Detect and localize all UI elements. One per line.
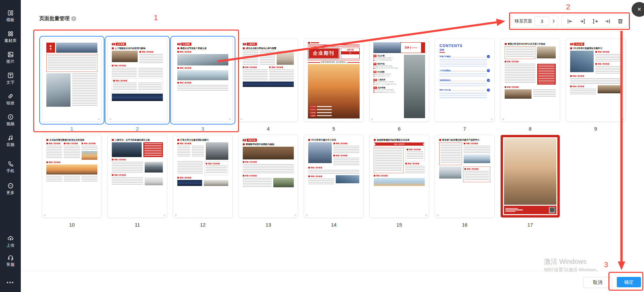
page-thumbnail[interactable]: 02技术革新人工智能在企业中的应用与影响请输入您的标题请输入您的标题请输入您的标…	[107, 39, 167, 122]
page-corner-number: 16	[437, 214, 439, 216]
text-lines	[269, 69, 294, 80]
sidebar-item-upload[interactable]: 上传	[0, 235, 21, 248]
page-thumbnail[interactable]: 企业期刊总第12期04ENTERPRISE JOURNAL文化长廊培训天地行业洞…	[304, 39, 364, 122]
text-lines	[112, 68, 137, 77]
sidebar-item-assets[interactable]: 素材库	[0, 30, 21, 44]
text-lines	[595, 54, 621, 61]
page-thumbnail[interactable]: 打造公司文化激发团队创新力请输入您的标题请输入您的标题请输入您的标题12	[173, 135, 233, 218]
section-header: 请输入您的标题	[177, 142, 204, 144]
text-lines	[112, 162, 143, 173]
section-header: 请输入您的标题	[595, 51, 621, 53]
article-title: XX公司举行盛大开工仪式	[308, 139, 359, 141]
page-thumbnail[interactable]: 前言01	[42, 39, 102, 122]
page-thumbnail[interactable]: 浅谈跨领域技术如何塑造企业未来请输入您的标题请输入您的标题请输入您的标题请输入您…	[369, 135, 429, 218]
ribbon-banner: 请输入您的标题	[374, 142, 425, 146]
sidebar-item-image[interactable]: 图片	[0, 51, 21, 64]
insert-before-icon[interactable]	[578, 17, 587, 26]
page-number-label: 12	[200, 222, 206, 228]
page-thumbnail[interactable]: 研发部门如何通过技术提升产品竞争力请输入您的标题请输入您的标题16	[435, 135, 495, 218]
move-to-page-go-button[interactable]	[552, 17, 556, 25]
article-title: 人工智能在企业中的应用与影响	[112, 47, 163, 49]
section-header: 请输入您的标题	[177, 177, 228, 179]
section-header: 请输入您的标题	[46, 142, 62, 144]
sidebar-item-more[interactable]: 更多	[0, 182, 21, 196]
page-thumbnail[interactable]: 04人物风采成功企业家分享创业心得与智慧请输入您的标题请输入您的标题04	[238, 39, 298, 122]
section-header: 请输入您的标题	[595, 63, 621, 65]
close-icon[interactable]: ✕	[632, 2, 644, 17]
section-header: 请输入您的标题	[177, 67, 228, 69]
page-photo	[464, 154, 490, 163]
confirm-button[interactable]: 确定	[617, 277, 641, 287]
section-header: 请输入您的标题	[112, 174, 163, 176]
sidebar-item-template[interactable]: 模板	[0, 9, 21, 23]
page-photo	[112, 142, 142, 157]
section-header: 请输入您的标题	[505, 60, 556, 62]
move-to-last-icon[interactable]	[603, 17, 612, 26]
sidebar-item-phone[interactable]: 手机	[0, 160, 21, 174]
page-photo	[82, 151, 97, 160]
page-photo	[243, 82, 294, 87]
page-number-label: 9	[594, 126, 597, 132]
page-number-label: 3	[201, 126, 204, 132]
page-thumbnail[interactable]: CONTENTS目录年度工作概况04工作完成情况06业绩成果展示08明年工作计划…	[435, 39, 495, 122]
sidebar-item-video[interactable]: 视频	[0, 113, 21, 127]
delete-icon[interactable]	[616, 17, 625, 26]
contents-title-cn: 目录	[440, 48, 490, 52]
text-lines	[82, 146, 97, 150]
section-header: 请输入您的标题	[177, 51, 228, 53]
text-lines	[46, 176, 62, 182]
page-thumbnail[interactable]	[500, 135, 560, 218]
page-thumbnail[interactable]: 05培训天地探索数字转型中的商机与挑战请输入您的标题请输入您的标题13	[238, 135, 298, 218]
sidebar-item-service[interactable]: 客服	[0, 254, 21, 267]
page-thumbnail[interactable]: 人物专访：从平凡到卓越的成长之路请输入您的标题请输入您的标题11	[107, 135, 167, 218]
page-number-label: 11	[135, 222, 140, 228]
move-to-first-icon[interactable]	[566, 17, 574, 26]
cover-title: 企业期刊	[308, 48, 339, 59]
text-lines	[308, 170, 359, 174]
text-lines	[138, 68, 163, 77]
insert-after-icon[interactable]	[591, 17, 599, 26]
move-to-page-group: 移至页面	[512, 15, 558, 28]
contents-entry: 工作完成情况06	[440, 69, 490, 77]
sidebar-item-audio[interactable]: 音频	[0, 134, 21, 148]
assets-icon	[0, 30, 21, 37]
section-header: 请输入您的标题	[112, 64, 163, 66]
page-photo	[204, 180, 229, 186]
chapter-badge: 04人物风采	[243, 43, 294, 46]
article-title: 打造公司文化激发团队创新力	[177, 139, 228, 141]
section-header: 请输入您的标题	[464, 142, 490, 144]
cancel-button[interactable]: 取消	[583, 277, 612, 288]
text-lines	[464, 171, 489, 180]
page-photo	[277, 51, 294, 65]
text-lines	[177, 85, 228, 91]
page-photo	[505, 89, 532, 99]
sidebar-item-text[interactable]: 文字	[0, 72, 21, 85]
windows-activate-watermark-sub: 转到“设置”以激活 Windows。	[544, 267, 601, 273]
text-lines	[113, 83, 137, 90]
text-lines	[64, 176, 80, 182]
page-number-label: 14	[331, 222, 337, 228]
page-number-label: 1	[71, 126, 73, 132]
section-header: 请输入您的标题	[570, 75, 621, 77]
article-title: 集团公司召开2023年11月月度工作例会	[505, 43, 556, 45]
text-lines	[48, 55, 96, 69]
page-number-label: 6	[398, 126, 401, 132]
text-lines	[72, 73, 97, 107]
page-photo	[177, 54, 228, 65]
page-thumbnail[interactable]: 集团公司召开2023年11月月度工作例会请输入您的标题请输入您的标题08	[500, 39, 560, 122]
move-to-page-input[interactable]	[535, 16, 549, 26]
page-thumbnail[interactable]: 03行业洞察集团企业节后返工率超九成请输入您的标题请输入您的标题请输入您的标题0…	[173, 39, 233, 122]
info-icon: i	[71, 16, 76, 21]
section-header: 请输入您的标题	[570, 85, 596, 87]
page-thumbnail[interactable]: 目录ContentsP4文化长廊XX公司举行党建理论专题学习打造公司文化激发团队…	[369, 39, 429, 122]
page-thumbnail[interactable]: 01文化长廊XX公司举行党建理论专题学习请输入您的标题请输入您的标题请输入您的标…	[566, 39, 626, 122]
overflow-dots-icon[interactable]: •••	[0, 280, 21, 286]
page-corner-number: 13	[294, 214, 296, 216]
sidebar-item-link[interactable]: 链接	[0, 93, 21, 106]
text-lines	[138, 83, 162, 90]
section-header: 请输入您的标题	[269, 66, 294, 68]
page-thumbnail[interactable]: XX公司举行盛大开工仪式请输入您的标题请输入您的标题请输入您的标题请输入您的标题…	[304, 135, 364, 218]
page-thumbnail[interactable]: 企业如何通过数据分析优化业务流程请输入您的标题请输入您的标题请输入您的标题请输入…	[42, 135, 102, 218]
article-title: 浅谈跨领域技术如何塑造企业未来	[374, 139, 425, 141]
text-lines	[405, 166, 425, 173]
